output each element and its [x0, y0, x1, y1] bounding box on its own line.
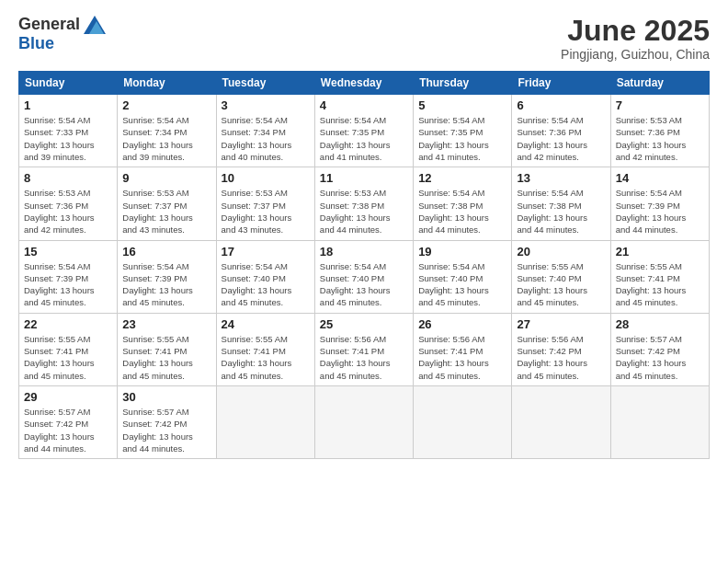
table-row: 15Sunrise: 5:54 AMSunset: 7:39 PMDayligh… — [19, 240, 118, 313]
table-row: 27Sunrise: 5:56 AMSunset: 7:42 PMDayligh… — [512, 313, 610, 385]
calendar-table: Sunday Monday Tuesday Wednesday Thursday… — [18, 71, 710, 459]
table-row: 3Sunrise: 5:54 AMSunset: 7:34 PMDaylight… — [216, 95, 314, 167]
calendar-row-4: 29Sunrise: 5:57 AMSunset: 7:42 PMDayligh… — [19, 385, 710, 458]
table-row: 14Sunrise: 5:54 AMSunset: 7:39 PMDayligh… — [610, 167, 709, 240]
table-row: 24Sunrise: 5:55 AMSunset: 7:41 PMDayligh… — [216, 313, 314, 385]
table-row: 22Sunrise: 5:55 AMSunset: 7:41 PMDayligh… — [19, 313, 118, 385]
table-row: 25Sunrise: 5:56 AMSunset: 7:41 PMDayligh… — [314, 313, 413, 385]
table-row — [414, 385, 512, 458]
table-row — [216, 385, 314, 458]
table-row — [610, 385, 709, 458]
table-row: 23Sunrise: 5:55 AMSunset: 7:41 PMDayligh… — [118, 313, 216, 385]
table-row: 9Sunrise: 5:53 AMSunset: 7:37 PMDaylight… — [118, 167, 216, 240]
logo-icon — [84, 16, 106, 34]
calendar-header-row: Sunday Monday Tuesday Wednesday Thursday… — [19, 72, 710, 95]
table-row: 29Sunrise: 5:57 AMSunset: 7:42 PMDayligh… — [19, 385, 118, 458]
col-monday: Monday — [118, 72, 216, 95]
col-wednesday: Wednesday — [314, 72, 413, 95]
table-row: 28Sunrise: 5:57 AMSunset: 7:42 PMDayligh… — [610, 313, 709, 385]
table-row: 20Sunrise: 5:55 AMSunset: 7:40 PMDayligh… — [512, 240, 610, 313]
table-row: 4Sunrise: 5:54 AMSunset: 7:35 PMDaylight… — [314, 95, 413, 167]
table-row: 7Sunrise: 5:53 AMSunset: 7:36 PMDaylight… — [610, 95, 709, 167]
col-friday: Friday — [512, 72, 610, 95]
calendar-row-1: 8Sunrise: 5:53 AMSunset: 7:36 PMDaylight… — [19, 167, 710, 240]
main-title: June 2025 — [561, 15, 710, 47]
table-row: 10Sunrise: 5:53 AMSunset: 7:37 PMDayligh… — [216, 167, 314, 240]
col-saturday: Saturday — [610, 72, 709, 95]
subtitle: Pingjiang, Guizhou, China — [561, 47, 710, 62]
table-row: 26Sunrise: 5:56 AMSunset: 7:41 PMDayligh… — [414, 313, 512, 385]
table-row: 13Sunrise: 5:54 AMSunset: 7:38 PMDayligh… — [512, 167, 610, 240]
page: General Blue June 2025 Pingjiang, Guizho… — [0, 0, 728, 563]
calendar-row-2: 15Sunrise: 5:54 AMSunset: 7:39 PMDayligh… — [19, 240, 710, 313]
table-row: 1Sunrise: 5:54 AMSunset: 7:33 PMDaylight… — [19, 95, 118, 167]
table-row: 16Sunrise: 5:54 AMSunset: 7:39 PMDayligh… — [118, 240, 216, 313]
table-row — [314, 385, 413, 458]
col-thursday: Thursday — [414, 72, 512, 95]
table-row: 6Sunrise: 5:54 AMSunset: 7:36 PMDaylight… — [512, 95, 610, 167]
calendar-row-3: 22Sunrise: 5:55 AMSunset: 7:41 PMDayligh… — [19, 313, 710, 385]
table-row: 5Sunrise: 5:54 AMSunset: 7:35 PMDaylight… — [414, 95, 512, 167]
calendar-row-0: 1Sunrise: 5:54 AMSunset: 7:33 PMDaylight… — [19, 95, 710, 167]
table-row: 11Sunrise: 5:53 AMSunset: 7:38 PMDayligh… — [314, 167, 413, 240]
table-row — [512, 385, 610, 458]
logo: General Blue — [18, 15, 106, 53]
table-row: 19Sunrise: 5:54 AMSunset: 7:40 PMDayligh… — [414, 240, 512, 313]
header: General Blue June 2025 Pingjiang, Guizho… — [18, 15, 710, 62]
title-block: June 2025 Pingjiang, Guizhou, China — [561, 15, 710, 62]
table-row: 17Sunrise: 5:54 AMSunset: 7:40 PMDayligh… — [216, 240, 314, 313]
table-row: 21Sunrise: 5:55 AMSunset: 7:41 PMDayligh… — [610, 240, 709, 313]
table-row: 30Sunrise: 5:57 AMSunset: 7:42 PMDayligh… — [118, 385, 216, 458]
table-row: 12Sunrise: 5:54 AMSunset: 7:38 PMDayligh… — [414, 167, 512, 240]
table-row: 2Sunrise: 5:54 AMSunset: 7:34 PMDaylight… — [118, 95, 216, 167]
col-tuesday: Tuesday — [216, 72, 314, 95]
col-sunday: Sunday — [19, 72, 118, 95]
table-row: 8Sunrise: 5:53 AMSunset: 7:36 PMDaylight… — [19, 167, 118, 240]
table-row: 18Sunrise: 5:54 AMSunset: 7:40 PMDayligh… — [314, 240, 413, 313]
logo-general-text: General — [18, 15, 80, 34]
logo-blue-text: Blue — [18, 34, 54, 53]
